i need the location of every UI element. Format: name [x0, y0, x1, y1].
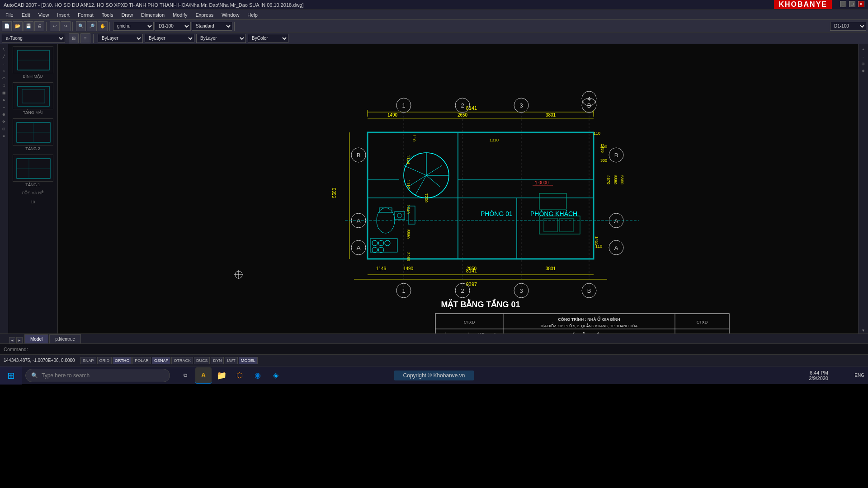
taskbar-file-explorer[interactable]: 📁: [213, 367, 230, 384]
task-view-button[interactable]: ⧉: [177, 367, 193, 384]
zoom-in-right[interactable]: +: [860, 46, 867, 52]
layer-manager-btn[interactable]: ⊞: [69, 33, 79, 43]
save-button[interactable]: 💾: [24, 21, 33, 31]
toolbar-standard: 📄 📂 💾 🖨 ↩ ↪ 🔍 🔎 ✋ ghichu D1-100 Standard…: [0, 20, 868, 33]
draw-arc[interactable]: ◠: [1, 75, 7, 81]
zoom-fit-right[interactable]: ⊞: [860, 61, 867, 67]
scroll-down[interactable]: ▼: [860, 327, 867, 333]
sidebar-tang-2[interactable]: TẦNG 2: [10, 118, 56, 151]
taskbar-app3[interactable]: ⬡: [231, 367, 248, 384]
draw-line[interactable]: ╱: [1, 53, 7, 60]
menu-dimension[interactable]: Dimension: [137, 11, 168, 19]
polar-toggle[interactable]: POLAR: [132, 357, 151, 364]
zoom-in-button[interactable]: 🔍: [76, 21, 86, 31]
svg-text:CTXD: CTXD: [464, 320, 475, 324]
tab-layout1[interactable]: p.kientruc: [49, 334, 80, 343]
pan-right[interactable]: ✥: [860, 68, 867, 74]
app3-icon: ⬡: [236, 371, 243, 380]
color-select[interactable]: ByLayer: [98, 34, 143, 43]
svg-text:2269: 2269: [406, 252, 410, 261]
title-bar: AutoCAD 2007 - [D:\0. HO SO DU AN\12. HO…: [0, 0, 868, 10]
svg-text:3: 3: [519, 102, 523, 109]
svg-text:1146: 1146: [376, 266, 387, 271]
plot-button[interactable]: 🖨: [34, 21, 44, 31]
draw-pline[interactable]: ⌐: [1, 61, 7, 67]
sidebar-tang-mai[interactable]: TẦNG MÁI: [10, 82, 56, 115]
tab-bar: ◄ ► Model p.kientruc: [0, 333, 868, 343]
menu-modify[interactable]: Modify: [169, 11, 191, 19]
grid-toggle[interactable]: GRID: [97, 357, 112, 364]
svg-text:9397: 9397: [466, 282, 477, 287]
taskbar-apps: ⧉ A 📁 ⬡ ◉ ◈: [177, 367, 284, 384]
zoom-out-right[interactable]: -: [860, 53, 867, 60]
zoom-tool[interactable]: ⊕: [1, 111, 7, 117]
menu-tools[interactable]: Tools: [98, 11, 117, 19]
drawing-svg: PHÒNG 01 PHÒNG KHÁCH 1.0000 8141 1490 26…: [58, 44, 858, 333]
layer-tool[interactable]: ≡: [1, 133, 7, 139]
svg-text:PHÒNG KHÁCH: PHÒNG KHÁCH: [530, 210, 577, 217]
lwt-toggle[interactable]: LWT: [225, 357, 237, 364]
maximize-button[interactable]: □: [849, 1, 855, 7]
new-button[interactable]: 📄: [2, 21, 12, 31]
snap-toggle[interactable]: SNAP: [80, 357, 96, 364]
menu-draw[interactable]: Draw: [118, 11, 137, 19]
tab-model[interactable]: Model: [24, 334, 48, 343]
taskbar-app4[interactable]: ◉: [250, 367, 266, 384]
plot-style-select[interactable]: Standard: [192, 22, 232, 31]
sidebar-tang-1[interactable]: TẦNG 1: [10, 155, 56, 187]
sidebar-binh-mau[interactable]: BÌNH MẶU: [10, 46, 56, 79]
ortho-toggle[interactable]: ORTHO: [113, 357, 132, 364]
svg-text:A: A: [357, 244, 361, 251]
osnap-toggle[interactable]: OSNAP: [152, 357, 171, 364]
menu-help[interactable]: Help: [244, 11, 261, 19]
svg-text:B: B: [587, 287, 591, 294]
layer-props-btn[interactable]: ≡: [80, 33, 90, 43]
layer-select[interactable]: a-Tuong: [2, 34, 65, 43]
undo-button[interactable]: ↩: [50, 21, 60, 31]
draw-rect[interactable]: □: [1, 82, 7, 89]
text-style-select[interactable]: ghichu: [113, 22, 154, 31]
snap-tool[interactable]: ⊞: [1, 126, 7, 132]
taskbar-app5[interactable]: ◈: [268, 367, 284, 384]
minimize-button[interactable]: _: [840, 1, 846, 7]
canvas-area[interactable]: PHÒNG 01 PHÒNG KHÁCH 1.0000 8141 1490 26…: [58, 44, 858, 333]
svg-text:1455: 1455: [600, 144, 605, 153]
menu-edit[interactable]: Edit: [18, 11, 34, 19]
dyn-toggle[interactable]: DYN: [211, 357, 224, 364]
otrack-toggle[interactable]: OTRACK: [171, 357, 193, 364]
status-bar: 144343.4875, -1.0070E+06, 0.0000 SNAP GR…: [0, 354, 868, 366]
ducs-toggle[interactable]: DUCS: [194, 357, 210, 364]
plotstyle-select[interactable]: ByColor: [248, 34, 288, 43]
start-button[interactable]: ⊞: [0, 366, 22, 385]
draw-hatch[interactable]: ▦: [1, 89, 7, 96]
menu-insert[interactable]: Insert: [53, 11, 73, 19]
menu-view[interactable]: View: [35, 11, 53, 19]
open-button[interactable]: 📂: [13, 21, 23, 31]
tab-next[interactable]: ►: [16, 337, 23, 343]
tab-prev[interactable]: ◄: [9, 337, 15, 343]
taskbar-search[interactable]: 🔍 Type here to search: [25, 369, 170, 382]
menu-format[interactable]: Format: [74, 11, 97, 19]
zoom-out-button[interactable]: 🔎: [87, 21, 97, 31]
scale-select-right[interactable]: D1-100: [830, 22, 866, 31]
pick-tool[interactable]: ↖: [1, 46, 7, 52]
linetype-select[interactable]: ByLayer: [145, 34, 194, 43]
redo-button[interactable]: ↪: [61, 21, 71, 31]
svg-text:1: 1: [402, 287, 405, 294]
taskbar-autocad[interactable]: A: [195, 367, 212, 384]
menu-file[interactable]: File: [2, 11, 17, 19]
draw-circle[interactable]: ○: [1, 68, 7, 74]
menu-window[interactable]: Window: [218, 11, 243, 19]
clock-time: 6:44 PM: [809, 370, 828, 375]
close-button[interactable]: ✕: [858, 1, 864, 7]
svg-text:MẶT BẰNG TẦNG 01: MẶT BẰNG TẦNG 01: [441, 299, 520, 309]
menu-express[interactable]: Express: [192, 11, 217, 19]
pan-button[interactable]: ✋: [98, 21, 108, 31]
draw-text[interactable]: A: [1, 97, 7, 103]
model-toggle[interactable]: MODEL: [239, 357, 258, 364]
lineweight-select[interactable]: ByLayer: [196, 34, 246, 43]
pan-tool[interactable]: ✥: [1, 118, 7, 125]
draw-dim[interactable]: ↔: [1, 104, 7, 110]
dim-style-select[interactable]: D1-100: [155, 22, 191, 31]
svg-text:2850: 2850: [467, 266, 477, 271]
